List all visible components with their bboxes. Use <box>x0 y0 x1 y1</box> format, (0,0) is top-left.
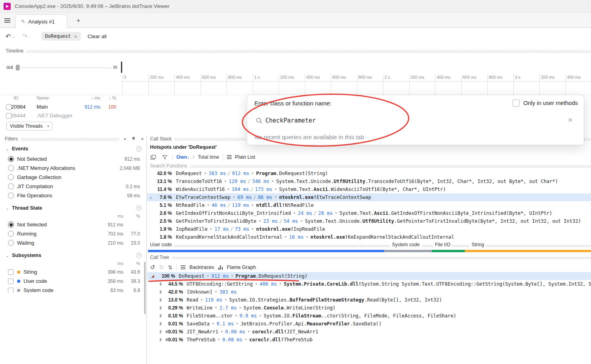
follow-stack-icon[interactable] <box>149 153 157 161</box>
only-user-methods-option[interactable]: Only in user methods <box>513 99 578 107</box>
filter-thread-state-row[interactable]: Running 702 ms 77.0 <box>0 229 146 238</box>
call-tree-row[interactable]: ◢ ⇟ 0.01 % SaveData•0.1 ms•JetBrains.Pro… <box>147 320 591 328</box>
column-id[interactable]: ID <box>14 95 18 100</box>
signature-suffix: .GetIndexOfFirstNonAsciiByte_Intrinsifie… <box>388 210 552 216</box>
hot-path-icon[interactable]: ⇟ <box>158 328 163 336</box>
radio-button[interactable] <box>8 240 14 246</box>
hot-path-icon[interactable]: ⇟ <box>158 320 163 328</box>
filter-event-row[interactable]: File Operations 58 ms <box>0 191 146 200</box>
only-user-methods-checkbox[interactable] <box>513 99 520 107</box>
radio-button[interactable] <box>8 193 14 199</box>
hot-path-icon[interactable]: ⇟ <box>158 336 163 344</box>
column-ms-sort[interactable]: ↓ ms <box>80 95 100 100</box>
pin-icon[interactable] <box>131 136 136 142</box>
panel-dropdown-icon[interactable]: ▾ <box>124 137 126 141</box>
hotspot-row[interactable]: ⌄ 42.0 % DoRequest•383 ms/912 ms•Program… <box>147 169 591 177</box>
hotspot-row[interactable]: ⌄ 13.1 % TranscodeToUtf16•120 ms/346 ms•… <box>147 177 591 185</box>
backtraces-button[interactable]: Backtraces <box>189 265 214 270</box>
filter-subsystem-row[interactable]: String 398 ms 43.6 <box>0 267 146 276</box>
sort-icon[interactable]: ⇅ <box>168 265 172 271</box>
redo-icon[interactable]: ↷ <box>22 33 27 40</box>
help-icon[interactable]: ? <box>136 146 142 152</box>
hot-path-icon[interactable]: ⇟ <box>158 312 163 320</box>
call-tree-row[interactable]: ◢ ⇟ <0.01 % ThePreStub•0.08 ms•coreclr.d… <box>147 336 591 344</box>
radio-button[interactable] <box>8 174 14 180</box>
search-input[interactable] <box>265 115 433 126</box>
filter-event-row[interactable]: JIT Compilation 0.2 ms <box>0 182 146 191</box>
subsystem-checkbox[interactable] <box>8 288 14 293</box>
redo-button[interactable]: ↷ ⌄ <box>22 33 32 40</box>
sort-own-link[interactable]: Own↓ <box>176 154 189 160</box>
hot-path-icon[interactable]: ⇟ <box>158 288 163 296</box>
subsystem-checkbox[interactable] <box>8 278 14 284</box>
hamburger-menu-icon[interactable] <box>4 18 10 19</box>
zoom-slider-track[interactable] <box>15 68 111 68</box>
help-icon[interactable]: ? <box>136 205 142 211</box>
radio-button[interactable] <box>8 222 14 228</box>
section-thread-state[interactable]: ⌄ Thread State ? <box>0 202 146 214</box>
navigate-forward-icon[interactable]: ↻ <box>159 264 164 271</box>
section-subsystems[interactable]: ⌄ Subsystems ? <box>0 250 146 261</box>
flame-graph-button[interactable]: Flame Graph <box>227 265 256 270</box>
plain-list-button[interactable]: Plain List <box>235 154 256 160</box>
clear-all-button[interactable]: Clear all <box>88 33 107 39</box>
call-tree-row[interactable]: ◢ ⇟ <0.01 % JIT_NewArr1•0.08 ms•coreclr.… <box>147 328 591 336</box>
filter-chip-dorequest[interactable]: DoRequest × <box>41 32 81 41</box>
hotspot-row[interactable]: ⌄ 2.5 % GetPointerToFirstInvalidByte•23 … <box>147 217 591 225</box>
call-tree-row[interactable]: ◢ ⇟ 0.29 % WriteLine•2.7 ms•System.Conso… <box>147 304 591 312</box>
radio-button[interactable] <box>8 183 14 189</box>
hotspot-row[interactable]: ⌄ 5.1 % NtReadFile•46 ms/119 ms•ntdll.dl… <box>147 201 591 209</box>
undo-icon[interactable]: ↶ <box>6 33 11 40</box>
filter-event-row[interactable]: .NET Memory Allocations 2,048 MB <box>0 164 146 173</box>
filter-subsystem-row[interactable]: User code 358 ms 39.3 <box>0 276 146 286</box>
close-panel-icon[interactable]: ✕ <box>141 137 144 141</box>
zoom-slider-handle[interactable] <box>16 65 20 70</box>
help-icon[interactable]: ? <box>136 253 142 258</box>
filter-thread-state-row[interactable]: Not Selected 912 ms <box>0 220 146 229</box>
sort-total-link[interactable]: Total time <box>198 154 219 160</box>
subsystem-checkbox[interactable] <box>8 269 14 275</box>
visible-threads-button[interactable]: Visible Threads ▾ <box>6 122 53 130</box>
call-tree-row[interactable]: ◢ ⇟ 0.10 % FileStream..ctor•0.9 ms•Syste… <box>147 312 591 320</box>
time-ruler[interactable]: 0 200 ms 400 ms 600 ms 800 ms <box>122 74 591 95</box>
section-events[interactable]: ⌄ Events ? <box>0 143 146 154</box>
tab-analysis-1[interactable]: ✎ Analysis #1 <box>15 14 67 28</box>
close-icon[interactable]: ✕ <box>568 117 573 124</box>
navigate-back-icon[interactable]: ↺ <box>150 264 155 271</box>
filter-thread-state-row[interactable]: Waiting 210 ms 23.0 <box>0 238 146 247</box>
call-tree-row[interactable]: ◢ ⇟ 44.5 % UTF8Encoding::GetString•406 m… <box>147 280 591 288</box>
subsystem-bar-segment <box>384 250 432 252</box>
radio-button[interactable] <box>8 156 14 162</box>
filter-event-row[interactable]: Garbage Collection <box>0 173 146 182</box>
remove-filter-icon[interactable]: × <box>74 33 77 39</box>
search-functions-header[interactable]: Search Functions <box>150 163 591 169</box>
filters-scrollbar[interactable] <box>144 262 146 314</box>
column-name[interactable]: Name <box>37 95 49 100</box>
column-pct-sort[interactable]: ↓ % <box>103 95 116 100</box>
hot-path-icon[interactable]: ⇟ <box>158 304 163 312</box>
thread-checkbox[interactable] <box>6 104 12 110</box>
hotspot-row[interactable]: ⌄ 7.6 % EtwTraceContextSwap•69 ms/86 ms•… <box>147 193 591 201</box>
thread-checkbox[interactable] <box>6 113 12 119</box>
hotspot-row[interactable]: ⌄ 11.4 % WidenAsciiToUtf16•104 ms/173 ms… <box>147 185 591 193</box>
undo-dropdown-icon[interactable]: ⌄ <box>12 35 15 39</box>
redo-dropdown-icon[interactable]: ⌄ <box>29 35 32 39</box>
hotspot-row[interactable]: ⌄ 1.9 % IopReadFile•17 ms/73 ms•ntoskrnl… <box>147 225 591 233</box>
signature-class: Program <box>256 171 276 176</box>
radio-button[interactable] <box>8 165 14 171</box>
filter-subsystem-row[interactable]: System code 63 ms 6.9 <box>0 286 146 293</box>
radio-button[interactable] <box>8 231 14 237</box>
hotspot-row[interactable]: ⌄ 1.8 % KeExpandKernelStackAndCalloutInt… <box>147 233 591 241</box>
hot-path-icon[interactable]: ⇟ <box>158 280 163 288</box>
filter-functions-icon[interactable] <box>161 153 169 161</box>
undo-button[interactable]: ↶ ⌄ <box>6 33 15 40</box>
add-tab-button[interactable]: + <box>76 17 80 25</box>
call-tree-row[interactable]: ◢ ⇟ 42.0 % [Unknown]•383 ms• <box>147 288 591 296</box>
filter-event-row[interactable]: Not Selected 912 ms <box>0 154 146 164</box>
node-percent: 13.0 % <box>163 296 183 304</box>
hotspot-row[interactable]: ⌄ 2.6 % GetIndexOfFirstNonAsciiByte_Intr… <box>147 209 591 217</box>
call-tree-row[interactable]: ◢ ⇟ 13.0 % Read•119 ms•System.IO.Strateg… <box>147 296 591 304</box>
call-tree-row[interactable]: ◢ ⇟ 100 % DoRequest•912 ms•Program.DoReq… <box>147 272 591 280</box>
hot-path-icon[interactable]: ⇟ <box>158 296 163 304</box>
expanded-node-icon[interactable]: ◢ <box>150 272 155 280</box>
